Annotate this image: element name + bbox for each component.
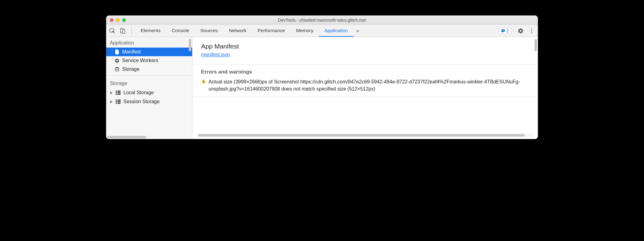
sidebar-item-label: Local Storage — [123, 90, 154, 95]
file-icon — [114, 49, 120, 55]
svg-rect-19 — [116, 103, 117, 104]
issues-count-value: 2 — [506, 28, 509, 33]
database-icon — [114, 66, 120, 72]
settings-icon[interactable] — [516, 27, 525, 35]
scrollbar-thumb[interactable] — [107, 136, 146, 138]
page-title: App Manifest — [201, 43, 529, 50]
panel-body: Application Manifest Service Workers — [106, 37, 538, 139]
divider — [514, 27, 514, 34]
svg-point-8 — [115, 67, 119, 68]
tab-label: Elements — [141, 28, 161, 33]
gear-icon — [114, 58, 120, 63]
sidebar-item-manifest[interactable]: Manifest — [106, 48, 192, 56]
tab-label: Application — [324, 28, 348, 33]
main-h-scrollbar[interactable] — [197, 133, 534, 137]
tab-label: Performance — [258, 28, 285, 33]
sidebar-item-label: Service Workers — [122, 58, 158, 63]
tabs-overflow-button[interactable]: » — [353, 25, 362, 37]
warning-row: Actual size (3999×2666)px of Screenshot … — [201, 78, 529, 92]
more-menu-icon[interactable] — [527, 27, 536, 35]
tab-label: Network — [229, 28, 246, 33]
issues-icon — [501, 29, 505, 33]
svg-rect-10 — [118, 91, 121, 92]
toggle-device-toolbar-icon[interactable] — [118, 27, 127, 35]
svg-rect-16 — [118, 99, 121, 101]
application-sidebar: Application Manifest Service Workers — [106, 37, 192, 139]
sidebar-item-label: Manifest — [122, 49, 141, 55]
grid-icon — [115, 90, 121, 95]
tab-elements[interactable]: Elements — [135, 25, 166, 37]
expand-triangle-icon[interactable]: ▸ — [110, 99, 113, 104]
svg-rect-9 — [116, 91, 117, 92]
sidebar-divider — [106, 75, 192, 76]
sidebar-item-service-workers[interactable]: Service Workers — [106, 56, 192, 65]
tab-label: Sources — [200, 28, 218, 33]
tabbar-right-controls: 2 — [496, 25, 536, 37]
tab-application[interactable]: Application — [319, 25, 353, 37]
devtools-tabbar: Elements Console Sources Network Perform… — [106, 25, 538, 37]
window-titlebar: DevTools - chiseled-mammoth-talos.glitch… — [106, 15, 538, 25]
inspect-element-icon[interactable] — [108, 27, 117, 35]
window-zoom-button[interactable] — [122, 18, 126, 22]
tab-label: Console — [172, 28, 189, 33]
window-minimize-button[interactable] — [116, 18, 120, 22]
tab-label: Memory — [296, 28, 313, 33]
svg-rect-18 — [118, 101, 121, 102]
svg-rect-2 — [122, 30, 125, 33]
tab-sources[interactable]: Sources — [195, 25, 224, 37]
svg-rect-15 — [116, 99, 117, 101]
sidebar-item-label: Session Storage — [123, 99, 159, 104]
tabs: Elements Console Sources Network Perform… — [132, 25, 496, 37]
scrollbar-thumb[interactable] — [189, 39, 191, 51]
svg-rect-20 — [118, 103, 121, 104]
svg-rect-22 — [203, 82, 204, 83]
svg-point-7 — [531, 32, 532, 33]
manifest-panel: App Manifest manifest.json Errors and wa… — [192, 37, 538, 139]
manifest-link[interactable]: manifest.json — [201, 52, 230, 57]
svg-rect-17 — [116, 101, 117, 102]
sidebar-item-local-storage[interactable]: ▸ Local Storage — [106, 88, 192, 97]
devtools-window: DevTools - chiseled-mammoth-talos.glitch… — [106, 15, 538, 139]
svg-point-5 — [531, 28, 532, 29]
errors-warnings-section: Errors and warnings Actual size (3999×26… — [192, 64, 538, 97]
tabbar-left-controls — [108, 25, 132, 37]
sidebar-item-session-storage[interactable]: ▸ Session Storage — [106, 97, 192, 106]
expand-triangle-icon[interactable]: ▸ — [110, 90, 113, 95]
svg-rect-13 — [116, 94, 117, 95]
sidebar-item-storage[interactable]: Storage — [106, 65, 192, 74]
svg-rect-11 — [116, 92, 117, 93]
svg-rect-12 — [118, 92, 121, 93]
svg-rect-4 — [502, 30, 504, 31]
svg-rect-21 — [203, 80, 204, 82]
sidebar-section-application: Application — [106, 37, 192, 48]
tab-performance[interactable]: Performance — [252, 25, 291, 37]
scrollbar-thumb[interactable] — [198, 134, 525, 137]
tab-network[interactable]: Network — [223, 25, 252, 37]
sidebar-section-storage: Storage — [106, 78, 192, 88]
overflow-glyph: » — [357, 28, 359, 33]
grid-icon — [115, 99, 121, 104]
svg-point-6 — [531, 30, 532, 31]
traffic-lights — [106, 18, 126, 22]
tab-memory[interactable]: Memory — [291, 25, 319, 37]
window-close-button[interactable] — [110, 18, 114, 22]
errors-heading: Errors and warnings — [201, 69, 529, 75]
scrollbar-thumb[interactable] — [535, 39, 537, 51]
warning-icon — [201, 79, 206, 92]
sidebar-h-scrollbar[interactable] — [106, 135, 192, 139]
issues-counter[interactable]: 2 — [499, 28, 511, 34]
svg-rect-14 — [118, 94, 121, 95]
tab-console[interactable]: Console — [166, 25, 195, 37]
window-title: DevTools - chiseled-mammoth-talos.glitch… — [106, 18, 538, 23]
sidebar-item-label: Storage — [122, 66, 139, 72]
warning-text: Actual size (3999×2666)px of Screenshot … — [208, 78, 529, 92]
